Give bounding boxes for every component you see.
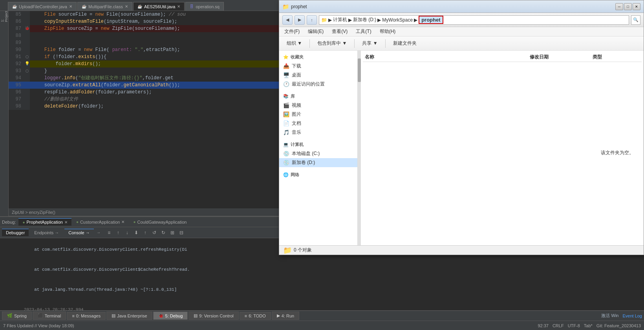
sidebar-pictures[interactable]: 🖼️ 图片 bbox=[279, 110, 357, 119]
addr-arrow2: ▶ bbox=[377, 17, 381, 23]
taskbar-java-enterprise[interactable]: ▤ Java Enterprise bbox=[106, 312, 152, 320]
folder-window-icon: 📁 bbox=[282, 4, 289, 10]
debug-app-customer[interactable]: ● CustomerApplication ✕ bbox=[72, 219, 129, 226]
sidebar-favorites-header: ⭐ 收藏夹 bbox=[279, 53, 357, 62]
minimize-button[interactable]: ─ bbox=[615, 3, 623, 10]
tab-debugger[interactable]: Debugger bbox=[2, 229, 29, 236]
sidebar-documents[interactable]: 📄 文档 bbox=[279, 119, 357, 128]
toolbar-upload-btn[interactable]: ↑ bbox=[141, 229, 149, 237]
sidebar-downloads[interactable]: 📥 下载 bbox=[279, 62, 357, 71]
sidebar-drive-c[interactable]: 💿 本地磁盘 (C:) bbox=[279, 149, 357, 158]
folder-icon: 🖥️ bbox=[283, 72, 289, 78]
line-ending[interactable]: CRLF bbox=[553, 323, 564, 328]
tab-close-icon[interactable]: ✕ bbox=[125, 4, 128, 9]
addr-seg-disk: 新加卷 (D:) bbox=[353, 16, 376, 23]
encoding-status[interactable]: UTF-8 bbox=[568, 323, 580, 328]
nav-forward-button[interactable]: ▶ bbox=[295, 15, 305, 25]
tab-operation[interactable]: 🗄 operation.sq bbox=[185, 2, 224, 11]
toolbar-download2-btn[interactable]: ⬇ bbox=[132, 229, 140, 237]
toolbar-share[interactable]: 共享 ▼ bbox=[358, 38, 382, 48]
status-left: 7 Files Updated // View (today 18:09) bbox=[3, 323, 74, 328]
fe-object-count: 📁 0 个对象 bbox=[283, 246, 312, 255]
toolbar-sep1 bbox=[309, 39, 310, 48]
toolbar-lines-btn[interactable]: ≡ bbox=[105, 229, 113, 237]
toolbar-organize[interactable]: 组织 ▼ bbox=[282, 38, 306, 48]
taskbar-todo[interactable]: ≡ 6: TODO bbox=[240, 312, 271, 320]
toolbar-up-btn[interactable]: ↑ bbox=[114, 229, 122, 237]
nav-back-button[interactable]: ◀ bbox=[282, 15, 293, 25]
taskbar-messages[interactable]: ≡ 0: Messages bbox=[67, 312, 106, 320]
sidebar-music[interactable]: 🎵 音乐 bbox=[279, 128, 357, 137]
menu-file[interactable]: 文件(F) bbox=[281, 27, 303, 36]
taskbar-debug[interactable]: 🐞 5: Debug bbox=[153, 312, 188, 320]
scrollbar-thumb[interactable] bbox=[358, 58, 361, 82]
toolbar-sep3 bbox=[385, 39, 386, 48]
toolbar-download-btn[interactable]: ↓ bbox=[123, 229, 131, 237]
tab-close-icon[interactable]: ✕ bbox=[177, 4, 180, 9]
taskbar-terminal[interactable]: ⬛ Terminal bbox=[33, 312, 66, 320]
fe-sidebar: ⭐ 收藏夹 📥 下载 🖥️ 桌面 🕐 最近访问的位置 bbox=[279, 51, 358, 245]
app-icon: ● bbox=[76, 220, 79, 224]
menu-edit[interactable]: 编辑(E) bbox=[305, 27, 327, 36]
debug-app-prophet[interactable]: ● ProphetApplication ✕ bbox=[18, 218, 71, 226]
taskbar-version-control[interactable]: ▤ 9: Version Control bbox=[188, 312, 238, 320]
sidebar-desktop[interactable]: 🖥️ 桌面 bbox=[279, 71, 357, 80]
tab-console[interactable]: Console → bbox=[64, 229, 93, 236]
fe-statusbar: 📁 0 个对象 bbox=[279, 245, 644, 255]
toolbar-buttons: ≡ ↑ ↓ ⬇ ↑ ↺ ↻ ⊞ ⊟ bbox=[105, 229, 185, 237]
tab-endpoints[interactable]: Endpoints → bbox=[30, 229, 63, 236]
col-date: 修改日期 bbox=[530, 54, 593, 60]
library-icon: 📚 bbox=[283, 94, 289, 99]
debug-label: Debug: bbox=[2, 220, 16, 224]
menu-tools[interactable]: 工具(T) bbox=[353, 27, 374, 36]
sidebar-video[interactable]: 🎬 视频 bbox=[279, 101, 357, 110]
vcs-icon: ▤ bbox=[194, 313, 198, 318]
debug-app-gateway[interactable]: ● CouldGatewayApplication bbox=[129, 219, 190, 226]
spring-icon: 🌿 bbox=[7, 313, 13, 318]
toolbar-step2-btn[interactable]: ↻ bbox=[159, 229, 167, 237]
java-icon: ☕ bbox=[12, 4, 17, 9]
enterprise-icon: ▤ bbox=[112, 313, 115, 318]
terminal-icon: ⬛ bbox=[38, 313, 43, 318]
addr-arrow3: ▶ bbox=[414, 17, 417, 23]
tab-close-icon[interactable]: ✕ bbox=[69, 4, 72, 9]
sidebar-network-header: 🌐 网络 bbox=[279, 170, 357, 179]
sidebar-drive-d[interactable]: 💿 新加卷 (D:) bbox=[279, 158, 357, 167]
nav-up-button[interactable]: ↑ bbox=[307, 15, 317, 25]
app-icon: ● bbox=[133, 220, 135, 224]
tab-upload-file[interactable]: ☕ UploadFileController.java ✕ bbox=[8, 2, 77, 11]
toolbar-new-folder[interactable]: 新建文件夹 bbox=[389, 38, 421, 48]
toolbar-grid2-btn[interactable]: ⊟ bbox=[177, 229, 185, 237]
fe-search[interactable]: 🔍 bbox=[631, 15, 640, 25]
addr-computer: 📁 bbox=[321, 17, 327, 23]
status-bar: 7 Files Updated // View (today 18:09) 92… bbox=[0, 321, 644, 330]
drive-d-icon: 💿 bbox=[283, 160, 289, 166]
addr-seg-computer: ▶ bbox=[328, 17, 332, 23]
console-arrow: → bbox=[97, 230, 101, 235]
git-branch[interactable]: Git: Feature_20230413 bbox=[596, 323, 641, 328]
circle-marker bbox=[26, 69, 29, 73]
close-button[interactable]: ✕ bbox=[633, 3, 640, 10]
activate-windows: 激活 Win bbox=[601, 313, 618, 319]
taskbar-spring[interactable]: 🌿 Spring bbox=[2, 312, 32, 320]
toolbar-grid-btn[interactable]: ⊞ bbox=[168, 229, 176, 237]
taskbar-run[interactable]: ▶ 4: Run bbox=[272, 312, 299, 320]
menu-view[interactable]: 查看(V) bbox=[329, 27, 351, 36]
maximize-button[interactable]: □ bbox=[624, 3, 632, 10]
indent-status[interactable]: Tab* bbox=[584, 323, 593, 328]
toolbar-include-library[interactable]: 包含到库中 ▼ bbox=[313, 38, 351, 48]
taskbar-right: 激活 Win Event Log bbox=[601, 313, 642, 319]
toolbar-step-btn[interactable]: ↺ bbox=[150, 229, 158, 237]
event-log[interactable]: Event Log bbox=[622, 314, 642, 318]
cursor-position: 92:37 bbox=[538, 323, 549, 328]
fe-window-controls: ─ □ ✕ bbox=[615, 3, 640, 10]
fe-address-bar[interactable]: 📁 ▶ 计算机 ▶ 新加卷 (D:) ▶ MyWorkSpace ▶ proph… bbox=[319, 15, 629, 25]
sidebar-recent[interactable]: 🕐 最近访问的位置 bbox=[279, 80, 357, 89]
sidebar-item-project[interactable]: 1: Project bbox=[0, 13, 9, 20]
tab-multipart[interactable]: ☕ MultipartFile.class ✕ bbox=[77, 2, 132, 11]
menu-help[interactable]: 帮助(H) bbox=[377, 27, 399, 36]
tab-aes256[interactable]: ☕ AES256Util.java ✕ bbox=[133, 2, 185, 11]
sidebar-scrollbar[interactable] bbox=[358, 51, 361, 245]
sql-icon: 🗄 bbox=[190, 4, 194, 9]
files-updated-status: 7 Files Updated // View (today 18:09) bbox=[3, 323, 74, 328]
